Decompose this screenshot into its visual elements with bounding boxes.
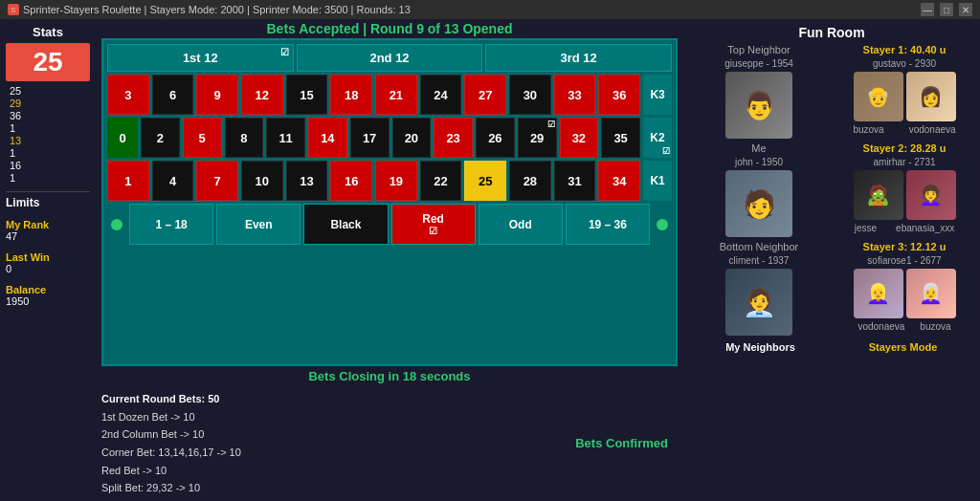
bet-red[interactable]: Red☑ <box>391 204 476 245</box>
num-11[interactable]: 11 <box>266 118 305 158</box>
bet-line-4: Red Bet -> 10 <box>101 462 380 480</box>
balance-row: Balance 1950 <box>6 284 90 307</box>
myrank-label: My Rank <box>6 219 90 230</box>
num-31[interactable]: 31 <box>554 161 596 201</box>
bet-line-5: Split Bet: 29,32 -> 10 <box>101 479 380 497</box>
stayer3-name: sofiarose1 - 2677 <box>867 255 941 266</box>
num-26[interactable]: 26 <box>476 118 515 158</box>
num-4[interactable]: 4 <box>152 161 194 201</box>
bottom-row: Bottom Neighbor climent - 1937 🧑‍💼 Staye… <box>689 241 974 336</box>
stayer1-names: buzova vodonaeva <box>853 124 955 135</box>
num-15[interactable]: 15 <box>286 75 328 115</box>
num-12[interactable]: 12 <box>241 75 283 115</box>
kn-3[interactable]: K3 <box>643 75 672 115</box>
num-1[interactable]: 1 <box>107 161 149 201</box>
stayer2-avatars: 🧟 👩‍🦱 <box>854 170 956 220</box>
stat-36: 36 <box>10 110 90 121</box>
num-29[interactable]: 29 ☑ <box>518 118 557 158</box>
bet-even[interactable]: Even <box>216 204 301 245</box>
bottom-neighbor-label: Bottom Neighbor <box>720 241 799 252</box>
num-17[interactable]: 17 <box>350 118 390 158</box>
num-8[interactable]: 8 <box>225 118 264 158</box>
fun-room-title: Fun Room <box>689 25 974 40</box>
stayer2-n2: ebanasia_xxx <box>896 223 954 233</box>
num-32[interactable]: 32 <box>560 118 599 158</box>
close-button[interactable]: ✕ <box>959 3 972 16</box>
stayer2-names: jesse ebanasia_xxx <box>855 223 955 233</box>
num-2[interactable]: 2 <box>141 118 180 158</box>
num-28[interactable]: 28 <box>509 161 551 201</box>
current-number: 25 <box>6 43 90 81</box>
num-27[interactable]: 27 <box>464 75 506 115</box>
num-0[interactable]: 0 <box>107 118 138 158</box>
stats-history: 25 29 36 1 13 1 16 1 <box>6 85 90 184</box>
num-23[interactable]: 23 <box>434 118 473 158</box>
maximize-button[interactable]: □ <box>940 3 953 16</box>
num-20[interactable]: 20 <box>392 118 432 158</box>
num-36[interactable]: 36 <box>598 75 640 115</box>
stat-29: 29 <box>10 98 90 109</box>
top-neighbor-label: Top Neighbor <box>727 44 790 55</box>
balance-value: 1950 <box>6 295 90 307</box>
board-header: Bets Accepted | Round 9 of 13 Opened <box>96 19 683 38</box>
my-neighbors-label: My Neighbors <box>689 341 832 353</box>
current-round-bets: Current Round Bets: 50 <box>101 390 380 408</box>
bet-black[interactable]: Black <box>303 204 388 245</box>
dozen-1[interactable]: 1st 12 ☑ <box>107 44 294 72</box>
window-controls[interactable]: — □ ✕ <box>921 3 972 16</box>
num-21[interactable]: 21 <box>375 75 417 115</box>
bet-odd[interactable]: Odd <box>479 204 563 245</box>
stayer3-label: Stayer 3: 12.12 u <box>863 241 947 252</box>
stayer1-col: Stayer 1: 40.40 u gustavo - 2930 👴 👩 buz… <box>835 44 974 139</box>
bottom-neighbor-face: 🧑‍💼 <box>725 269 792 336</box>
num-9[interactable]: 9 <box>196 75 238 115</box>
stayer3-n1: vodonaeva <box>858 321 904 332</box>
kn-2[interactable]: K2☑ <box>643 118 672 158</box>
num-13[interactable]: 13 <box>286 161 328 201</box>
num-16[interactable]: 16 <box>330 161 372 201</box>
num-18[interactable]: 18 <box>330 75 372 115</box>
stayer1-name: gustavo - 2930 <box>873 58 936 69</box>
dozen-1-label: 1st 12 <box>183 51 218 65</box>
num-19[interactable]: 19 <box>375 161 417 201</box>
num-6[interactable]: 6 <box>152 75 194 115</box>
num-5[interactable]: 5 <box>183 118 222 158</box>
top-neighbor-col: Top Neighbor giuseppe - 1954 👨 <box>689 44 829 139</box>
stat-25: 25 <box>10 85 90 97</box>
stat-16: 16 <box>10 160 90 171</box>
bet-line-2: 2nd Column Bet -> 10 <box>101 425 380 444</box>
num-35[interactable]: 35 <box>601 118 640 158</box>
me-label: Me <box>751 142 766 154</box>
bet-line-1: 1st Dozen Bet -> 10 <box>101 408 380 426</box>
num-14[interactable]: 14 <box>308 118 347 158</box>
minimize-button[interactable]: — <box>921 3 934 16</box>
num-33[interactable]: 33 <box>554 75 596 115</box>
num-10[interactable]: 10 <box>241 161 283 201</box>
bet-19-36[interactable]: 19 – 36 <box>566 204 650 245</box>
num-3[interactable]: 3 <box>107 75 149 115</box>
stayer3-avatar1: 👱‍♀️ <box>854 269 903 318</box>
limits-section: Limits <box>6 191 90 209</box>
roulette-board: 1st 12 ☑ 2nd 12 3rd 12 3 6 9 12 15 18 21 <box>101 38 678 366</box>
dozen-3[interactable]: 3rd 12 <box>485 44 672 72</box>
stayer1-avatar2: 👩 <box>906 72 956 121</box>
num-22[interactable]: 22 <box>420 161 462 201</box>
kn-1[interactable]: K1 <box>643 161 672 201</box>
numbers-row-k1: 1 4 7 10 13 16 19 22 25 28 31 34 K1 <box>107 161 672 201</box>
left-green-dot <box>107 204 126 245</box>
num-25[interactable]: 25 <box>464 161 506 201</box>
num-24[interactable]: 24 <box>420 75 462 115</box>
num-7[interactable]: 7 <box>196 161 238 201</box>
stayer3-col: Stayer 3: 12.12 u sofiarose1 - 2677 👱‍♀️… <box>835 241 974 336</box>
stayer3-n2: buzova <box>920 321 950 332</box>
num-34[interactable]: 34 <box>598 161 640 201</box>
stayer3-avatar2: 👩‍🦳 <box>906 269 956 318</box>
stayer1-avatars: 👴 👩 <box>854 72 956 121</box>
bet-1-18[interactable]: 1 – 18 <box>129 204 213 245</box>
dozen-2[interactable]: 2nd 12 <box>297 44 483 72</box>
stayers-mode-label: Stayers Mode <box>832 341 974 353</box>
right-green-dot <box>653 204 672 245</box>
balance-label: Balance <box>6 284 90 295</box>
dozen-row[interactable]: 1st 12 ☑ 2nd 12 3rd 12 <box>107 44 672 72</box>
num-30[interactable]: 30 <box>509 75 551 115</box>
